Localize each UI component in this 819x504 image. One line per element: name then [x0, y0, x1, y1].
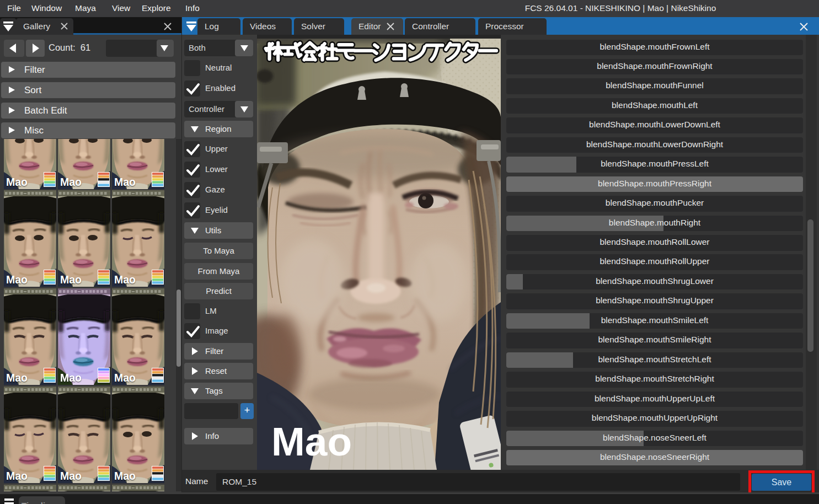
svg-text:Mao: Mao: [271, 419, 352, 464]
